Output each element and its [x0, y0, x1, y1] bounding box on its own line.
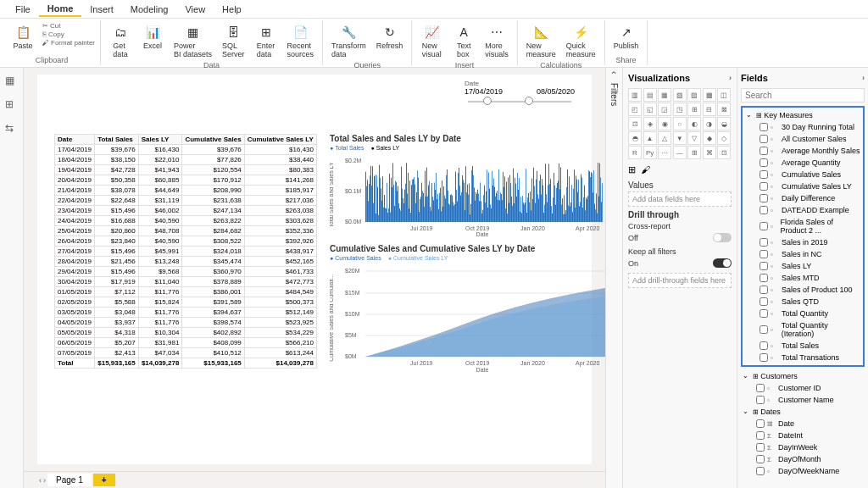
- viz-type-icon[interactable]: R: [628, 146, 642, 159]
- field-date[interactable]: ⊞Date: [741, 418, 865, 430]
- table-row[interactable]: 25/04/2019$20,860$48,708$284,682$352,336: [55, 226, 317, 236]
- field-dateint[interactable]: ΣDateInt: [741, 430, 865, 441]
- viz-type-icon[interactable]: ◐: [687, 117, 701, 130]
- values-well[interactable]: Add data fields here: [628, 191, 732, 207]
- text-box-button[interactable]: ATextbox: [449, 22, 478, 60]
- menu-insert[interactable]: Insert: [81, 3, 122, 16]
- table-row[interactable]: 30/04/2019$17,919$11,040$378,889$472,773: [55, 277, 317, 287]
- table-row[interactable]: 03/05/2019$3,048$11,776$394,637$512,149: [55, 308, 317, 318]
- viz-type-icon[interactable]: ⊞: [687, 103, 701, 116]
- page-tab[interactable]: Page 1: [47, 474, 92, 486]
- menu-home[interactable]: Home: [39, 2, 82, 17]
- copy-button[interactable]: ⎘Copy: [42, 30, 95, 38]
- table-row[interactable]: 27/04/2019$15,496$45,991$324,018$438,917: [55, 247, 317, 257]
- viz-type-icon[interactable]: ◱: [643, 103, 657, 116]
- chevron-right-icon[interactable]: ›: [862, 74, 865, 82]
- viz-type-icon[interactable]: ◲: [658, 103, 671, 116]
- fields-tab-icon[interactable]: ⊞: [628, 164, 636, 175]
- customers-table[interactable]: ⊞ Customers: [741, 370, 865, 382]
- field-cumulative-sales-ly[interactable]: ▫Cumulative Sales LY: [744, 180, 861, 192]
- field-sales-in-2019[interactable]: ▫Sales in 2019: [744, 236, 861, 248]
- field-dayofmonth[interactable]: ΣDayOfMonth: [741, 453, 865, 465]
- table-row[interactable]: 18/04/2019$38,150$22,010$77,826$38,440: [55, 155, 317, 165]
- viz-type-icon[interactable]: Py: [643, 146, 657, 159]
- field-sales-ly[interactable]: ▫Sales LY: [744, 260, 861, 272]
- keep-filters-toggle[interactable]: [713, 258, 732, 268]
- viz-type-icon[interactable]: ⌘: [703, 146, 716, 159]
- viz-type-icon[interactable]: ▥: [628, 88, 642, 102]
- slider-track[interactable]: [468, 101, 571, 103]
- menu-help[interactable]: Help: [214, 3, 250, 16]
- menu-modeling[interactable]: Modeling: [122, 3, 177, 16]
- viz-type-icon[interactable]: ◰: [628, 103, 642, 116]
- viz-type-icon[interactable]: ◇: [717, 131, 731, 145]
- field-average-quantity[interactable]: ▫Average Quantity: [744, 157, 861, 169]
- model-view-icon[interactable]: ⇆: [5, 122, 19, 136]
- field-total-sales[interactable]: ▫Total Sales: [744, 340, 861, 352]
- viz-type-icon[interactable]: ◆: [703, 131, 716, 145]
- table-row[interactable]: 02/05/2019$5,588$15,824$391,589$500,373: [55, 297, 317, 308]
- field-daily-difference[interactable]: ▫Daily Difference: [744, 192, 861, 204]
- field-30-day-running-total[interactable]: ▫30 Day Running Total: [744, 121, 861, 133]
- drill-well[interactable]: Add drill-through fields here: [628, 273, 732, 288]
- field-total-quantity[interactable]: ▫Total Quantity: [744, 308, 861, 319]
- viz-type-icon[interactable]: ▨: [687, 88, 701, 102]
- sql-server-button[interactable]: 🗄SQLServer: [219, 22, 248, 60]
- fields-search-input[interactable]: [741, 88, 865, 103]
- refresh-button[interactable]: ↻Refresh: [373, 22, 407, 52]
- viz-type-icon[interactable]: ◫: [717, 88, 731, 102]
- table-row[interactable]: 29/04/2019$15,496$9,568$360,970$461,733: [55, 267, 317, 277]
- format-tab-icon[interactable]: 🖌: [641, 164, 650, 175]
- table-row[interactable]: 20/04/2019$50,358$60,885$170,912$141,268: [55, 175, 317, 186]
- slider-thumb-end[interactable]: [525, 97, 533, 105]
- viz-type-icon[interactable]: ⊠: [717, 103, 731, 116]
- field-customer-id[interactable]: ▫Customer ID: [741, 382, 865, 394]
- field-dayinweek[interactable]: ΣDayInWeek: [741, 441, 865, 453]
- key-measures-table[interactable]: ⊞ Key Measures: [744, 109, 861, 121]
- report-view-icon[interactable]: ▦: [5, 75, 19, 88]
- viz-type-icon[interactable]: ▽: [687, 131, 701, 145]
- viz-type-icon[interactable]: ⊡: [628, 117, 642, 130]
- table-row[interactable]: 06/05/2019$5,207$31,981$408,099$566,210: [55, 338, 317, 348]
- viz-type-icon[interactable]: ▦: [658, 88, 671, 102]
- viz-type-icon[interactable]: ▧: [673, 88, 687, 102]
- chevron-right-icon[interactable]: ›: [729, 74, 732, 82]
- field-dateadd-example[interactable]: ▫DATEADD Example: [744, 204, 861, 216]
- viz-type-icon[interactable]: ⋯: [658, 146, 671, 159]
- table-row[interactable]: 04/05/2019$3,937$11,776$398,574$523,925: [55, 318, 317, 328]
- cumulative-sales-chart[interactable]: Cumulative Sales and Cumulative Sales LY…: [330, 244, 605, 374]
- enter-data-button[interactable]: ⊞Enterdata: [252, 22, 281, 60]
- field-all-customer-sales[interactable]: ▫All Customer Sales: [744, 133, 861, 145]
- quick-measure-button[interactable]: ⚡Quickmeasure: [563, 22, 599, 60]
- viz-type-icon[interactable]: ⊡: [717, 146, 731, 159]
- viz-type-icon[interactable]: ◒: [717, 117, 731, 130]
- paste-button[interactable]: 📋Paste: [8, 22, 37, 52]
- slider-thumb-start[interactable]: [483, 97, 492, 105]
- viz-type-icon[interactable]: ⊟: [703, 103, 716, 116]
- excel-button[interactable]: 📊Excel: [138, 22, 167, 52]
- field-sales-mtd[interactable]: ▫Sales MTD: [744, 272, 861, 284]
- field-total-transations[interactable]: ▫Total Transations: [744, 352, 861, 363]
- new-measure-button[interactable]: 📐Newmeasure: [523, 22, 559, 60]
- dates-table[interactable]: ⊞ Dates: [741, 406, 865, 418]
- viz-type-icon[interactable]: ◈: [643, 117, 657, 130]
- new-visual-button[interactable]: 📈Newvisual: [417, 22, 446, 60]
- field-sales-of-product-100[interactable]: ▫Sales of Product 100: [744, 284, 861, 296]
- viz-type-icon[interactable]: ▲: [643, 131, 657, 145]
- viz-type-icon[interactable]: ▩: [703, 88, 716, 102]
- field-florida-sales-of-product-2----[interactable]: ▫Florida Sales of Product 2 ...: [744, 216, 861, 236]
- table-row[interactable]: 07/05/2019$2,413$47,034$410,512$613,244: [55, 348, 317, 358]
- table-row[interactable]: 01/05/2019$7,112$11,776$386,001$484,549: [55, 287, 317, 297]
- viz-type-icon[interactable]: ▤: [643, 88, 657, 102]
- viz-type-icon[interactable]: ▼: [673, 131, 687, 145]
- more-visuals-button[interactable]: ⋯Morevisuals: [481, 22, 512, 60]
- table-row[interactable]: 19/04/2019$42,728$41,943$120,554$80,383: [55, 165, 317, 175]
- format-painter-button[interactable]: 🖌Format painter: [42, 39, 95, 47]
- viz-type-icon[interactable]: ◓: [628, 131, 642, 145]
- field-average-monthly-sales[interactable]: ▫Average Monthly Sales: [744, 145, 861, 157]
- viz-type-icon[interactable]: △: [658, 131, 671, 145]
- table-row[interactable]: 17/04/2019$39,676$16,430$39,676$16,430: [55, 145, 317, 155]
- power-bi-datasets-button[interactable]: ▦PowerBI datasets: [170, 22, 215, 60]
- viz-type-icon[interactable]: ⊞: [687, 146, 701, 159]
- report-canvas[interactable]: Date 17/04/201908/05/2020 DateTotal Sale…: [37, 75, 592, 464]
